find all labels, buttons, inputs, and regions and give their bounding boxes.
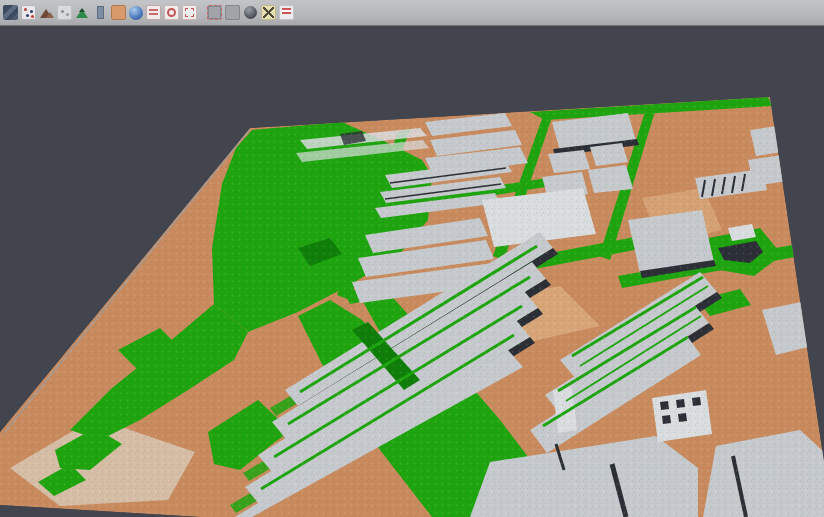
globe-icon[interactable] — [129, 6, 143, 20]
flag-icon[interactable] — [279, 5, 294, 20]
circle-select-icon[interactable] — [164, 5, 179, 20]
fence-select-icon[interactable] — [182, 5, 197, 20]
dem-icon[interactable] — [75, 5, 90, 20]
measure-icon[interactable] — [261, 5, 276, 20]
points-icon[interactable] — [21, 5, 36, 20]
attribute-list-icon[interactable] — [146, 5, 161, 20]
orthophoto-icon[interactable] — [111, 5, 126, 20]
classification-view-icon[interactable] — [225, 5, 240, 20]
terrain-icon[interactable] — [39, 5, 54, 20]
sphere-view-icon[interactable] — [243, 5, 258, 20]
sparse-points-icon[interactable] — [57, 5, 72, 20]
viewport-3d[interactable] — [0, 0, 824, 517]
profile-icon[interactable] — [93, 5, 108, 20]
layers-icon[interactable] — [3, 5, 18, 20]
toolbar — [0, 0, 824, 26]
box-select-icon[interactable] — [207, 5, 222, 20]
